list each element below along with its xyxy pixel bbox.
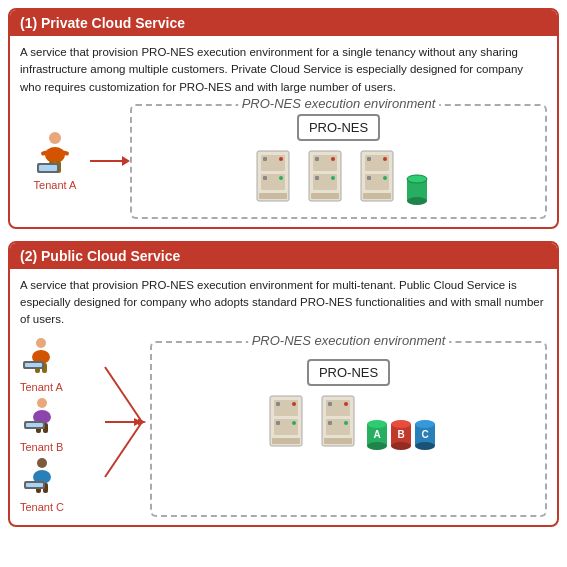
private-cloud-description: A service that provision PRO-NES executi…: [20, 44, 547, 96]
multi-arrows-svg: [100, 337, 150, 507]
db-a-icon: A: [366, 416, 388, 454]
svg-rect-77: [272, 438, 300, 444]
svg-rect-82: [328, 421, 332, 425]
private-cloud-header: (1) Private Cloud Service: [10, 10, 557, 36]
tenant-c-item: Tenant C: [20, 457, 64, 513]
server-icon-3: [353, 149, 401, 209]
svg-rect-35: [363, 193, 391, 199]
private-pro-nes-label: PRO-NES: [309, 120, 368, 135]
server-icon-1: [249, 149, 297, 209]
svg-rect-85: [324, 438, 352, 444]
svg-point-26: [331, 176, 335, 180]
public-execution-env: PRO-NES execution environment PRO-NES: [150, 341, 547, 517]
svg-point-17: [279, 157, 283, 161]
svg-rect-32: [367, 176, 371, 180]
tenant-a-label: Tenant A: [34, 179, 77, 191]
svg-rect-23: [315, 157, 319, 161]
db-c-icon: C: [414, 416, 436, 454]
public-cloud-section: (2) Public Cloud Service A service that …: [8, 241, 559, 527]
svg-rect-31: [367, 157, 371, 161]
svg-point-0: [49, 132, 61, 144]
svg-rect-81: [328, 402, 332, 406]
public-cloud-description: A service that provision PRO-NES executi…: [20, 277, 547, 329]
tenant-c-public-label: Tenant C: [20, 501, 64, 513]
private-cloud-title: (1) Private Cloud Service: [20, 15, 185, 31]
public-db-group: A B: [366, 416, 436, 454]
svg-text:B: B: [397, 429, 404, 440]
public-servers-row: A B: [262, 394, 436, 454]
public-env-inner: PRO-NES: [162, 351, 535, 454]
svg-line-68: [105, 422, 142, 477]
svg-point-84: [344, 421, 348, 425]
svg-point-38: [407, 197, 427, 205]
svg-point-33: [383, 157, 387, 161]
private-cloud-diagram: Tenant A PRO-NES execution environment P…: [20, 104, 547, 219]
svg-point-76: [292, 421, 296, 425]
private-cloud-body: A service that provision PRO-NES executi…: [10, 36, 557, 227]
svg-rect-19: [259, 193, 287, 199]
private-arrow: [90, 131, 130, 191]
public-cloud-header: (2) Public Cloud Service: [10, 243, 557, 269]
svg-point-34: [383, 176, 387, 180]
tenant-a-person: [23, 337, 59, 381]
svg-text:A: A: [373, 429, 380, 440]
private-env-label: PRO-NES execution environment: [238, 96, 440, 111]
pub-server-1: [262, 394, 310, 454]
svg-point-87: [367, 420, 387, 428]
svg-marker-11: [122, 156, 130, 166]
svg-rect-16: [263, 176, 267, 180]
svg-point-48: [37, 398, 47, 408]
public-env-label: PRO-NES execution environment: [248, 333, 450, 348]
tenants-column: Tenant A Tenant B: [20, 337, 100, 517]
tenant-b-public-label: Tenant B: [20, 441, 63, 453]
private-cloud-section: (1) Private Cloud Service A service that…: [8, 8, 559, 229]
tenant-a-icon: [36, 131, 74, 179]
private-pro-nes-box: PRO-NES: [297, 114, 380, 141]
svg-point-25: [331, 157, 335, 161]
tenant-c-person: [24, 457, 60, 501]
svg-point-95: [415, 420, 435, 428]
svg-point-1: [45, 147, 65, 163]
svg-line-64: [105, 367, 142, 422]
svg-point-83: [344, 402, 348, 406]
tenant-b-item: Tenant B: [20, 397, 63, 453]
pub-server-2: [314, 394, 362, 454]
svg-point-92: [391, 442, 411, 450]
svg-marker-69: [138, 419, 146, 425]
tenant-b-person: [24, 397, 60, 441]
svg-point-96: [415, 442, 435, 450]
public-cloud-diagram: Tenant A Tenant B: [20, 337, 547, 517]
private-env-inner: PRO-NES: [142, 114, 535, 209]
svg-rect-9: [39, 165, 57, 171]
svg-point-75: [292, 402, 296, 406]
db-icon-private: [405, 171, 429, 209]
public-pro-nes-box: PRO-NES: [307, 359, 390, 386]
private-execution-env: PRO-NES execution environment PRO-NES: [130, 104, 547, 219]
public-cloud-body: A service that provision PRO-NES executi…: [10, 269, 557, 525]
svg-rect-24: [315, 176, 319, 180]
svg-rect-47: [25, 363, 42, 367]
tenant-a-single: Tenant A: [20, 131, 90, 191]
private-servers-row: [249, 149, 429, 209]
svg-rect-73: [276, 402, 280, 406]
svg-text:C: C: [421, 429, 428, 440]
public-pro-nes-label: PRO-NES: [319, 365, 378, 380]
svg-rect-74: [276, 421, 280, 425]
svg-rect-15: [263, 157, 267, 161]
svg-point-18: [279, 176, 283, 180]
svg-point-91: [391, 420, 411, 428]
svg-rect-55: [26, 423, 43, 427]
public-cloud-title: (2) Public Cloud Service: [20, 248, 180, 264]
server-icon-2: [301, 149, 349, 209]
svg-point-56: [37, 458, 47, 468]
svg-point-40: [36, 338, 46, 348]
tenant-a-item: Tenant A: [20, 337, 63, 393]
db-b-icon: B: [390, 416, 412, 454]
tenant-a-public-label: Tenant A: [20, 381, 63, 393]
svg-rect-27: [311, 193, 339, 199]
svg-rect-63: [26, 483, 43, 487]
svg-point-88: [367, 442, 387, 450]
